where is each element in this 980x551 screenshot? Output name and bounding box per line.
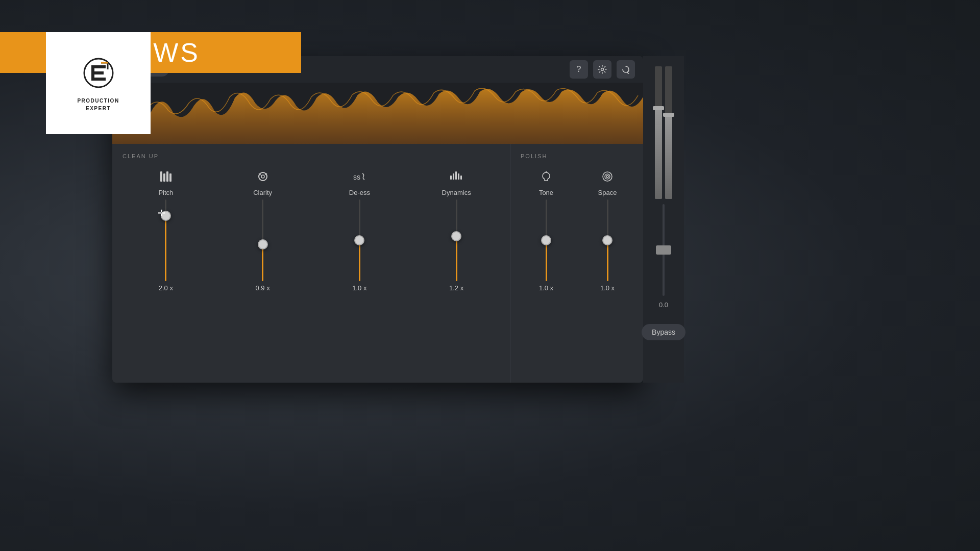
deess-track <box>359 199 360 281</box>
tone-icon <box>539 167 553 186</box>
svg-rect-11 <box>453 173 454 180</box>
deess-icon: ss <box>352 167 366 186</box>
meter-bar-right <box>665 66 672 199</box>
pitch-name: Pitch <box>158 189 173 196</box>
svg-rect-14 <box>460 176 462 180</box>
bypass-button[interactable]: Bypass <box>642 324 685 340</box>
space-name: Space <box>598 189 617 196</box>
logo-line2: EXPERT <box>86 106 111 111</box>
meter-thumb-left <box>653 106 664 110</box>
section-cleanup: CLEAN UP Pitch <box>112 144 510 383</box>
level-value: 0.0 <box>659 301 668 309</box>
svg-rect-10 <box>450 176 452 180</box>
dynamics-fill <box>456 236 457 281</box>
space-value: 1.0 x <box>600 284 615 292</box>
logo-line1: PRODUCTION <box>77 98 119 104</box>
deess-control: ss De-ess 1.0 x <box>339 167 380 292</box>
clarity-value: 0.9 x <box>256 284 270 292</box>
clarity-slider[interactable] <box>255 199 271 281</box>
pitch-value: 2.0 x <box>159 284 173 292</box>
clarity-control: Clarity 0.9 x <box>242 167 283 292</box>
news-banner: NEWS <box>0 32 301 73</box>
clarity-icon <box>256 167 270 186</box>
tone-slider[interactable] <box>538 199 554 281</box>
svg-rect-2 <box>163 173 165 182</box>
tone-name: Tone <box>539 189 553 196</box>
dynamics-thumb[interactable] <box>451 231 461 241</box>
help-button[interactable]: ? <box>570 60 588 79</box>
cleanup-controls-row: Pitch ✛ 2.0 x <box>117 167 505 372</box>
dynamics-control: Dynamics 1.2 x <box>436 167 477 292</box>
right-meter-column: 0.0 Bypass <box>643 56 684 383</box>
svg-point-18 <box>606 176 608 178</box>
meter-container <box>655 66 672 199</box>
svg-point-0 <box>601 68 604 71</box>
space-slider[interactable] <box>600 199 615 281</box>
clarity-name: Clarity <box>253 189 272 196</box>
dynamics-icon <box>449 167 463 186</box>
polish-label: POLISH <box>516 153 638 159</box>
polish-controls-row: Tone 1.0 x <box>516 167 638 372</box>
clarity-thumb[interactable] <box>258 239 268 249</box>
logo-box: PRODUCTION EXPERT <box>46 32 151 134</box>
clarity-fill <box>262 244 263 281</box>
space-control: Space 1.0 x <box>587 167 628 292</box>
dynamics-track <box>456 199 457 281</box>
settings-button[interactable] <box>593 60 611 79</box>
meter-level-left <box>655 106 662 199</box>
svg-rect-13 <box>458 173 459 180</box>
waveform-area <box>112 83 643 144</box>
pitch-thumb[interactable]: ✛ <box>161 211 171 221</box>
logo-icon <box>73 55 124 96</box>
tone-value: 1.0 x <box>539 284 553 292</box>
clarity-track <box>262 199 263 281</box>
deess-thumb[interactable] <box>354 235 364 245</box>
dynamics-slider[interactable] <box>449 199 464 281</box>
svg-point-6 <box>261 175 264 178</box>
dynamics-name: Dynamics <box>442 189 471 196</box>
controls-area: CLEAN UP Pitch <box>112 144 643 383</box>
tone-control: Tone 1.0 x <box>526 167 567 292</box>
svg-point-16 <box>603 172 612 181</box>
deess-value: 1.0 x <box>352 284 366 292</box>
plugin-window: Start Over ? <box>112 56 643 383</box>
svg-point-5 <box>259 172 267 181</box>
section-polish: POLISH Tone <box>510 144 643 383</box>
fader-thumb[interactable] <box>656 245 671 255</box>
deess-fill <box>359 240 360 281</box>
tone-thumb[interactable] <box>541 235 551 245</box>
space-icon <box>600 167 615 186</box>
meter-thumb-right <box>663 113 674 117</box>
pitch-control: Pitch ✛ 2.0 x <box>145 167 186 292</box>
fader-container[interactable] <box>656 204 671 296</box>
header-right: ? <box>570 60 635 79</box>
svg-rect-12 <box>455 171 457 180</box>
pitch-icon <box>159 167 173 186</box>
svg-rect-1 <box>160 171 162 182</box>
space-thumb[interactable] <box>602 235 612 245</box>
meter-bar-left <box>655 66 662 199</box>
deess-name: De-ess <box>349 189 370 196</box>
svg-rect-3 <box>166 171 168 182</box>
waveform-svg <box>112 83 643 144</box>
svg-text:ss: ss <box>353 173 360 181</box>
cleanup-label: CLEAN UP <box>117 153 505 159</box>
undo-button[interactable] <box>617 60 635 79</box>
tone-fill <box>546 240 547 281</box>
space-track <box>607 199 608 281</box>
space-fill <box>607 240 608 281</box>
pitch-fill <box>165 216 166 281</box>
dynamics-value: 1.2 x <box>449 284 463 292</box>
svg-rect-4 <box>169 173 172 182</box>
svg-point-17 <box>605 174 610 179</box>
tone-track <box>546 199 547 281</box>
deess-slider[interactable] <box>352 199 367 281</box>
meter-level-right <box>665 113 672 199</box>
pitch-slider[interactable]: ✛ <box>158 199 174 281</box>
pitch-track: ✛ <box>165 199 166 281</box>
